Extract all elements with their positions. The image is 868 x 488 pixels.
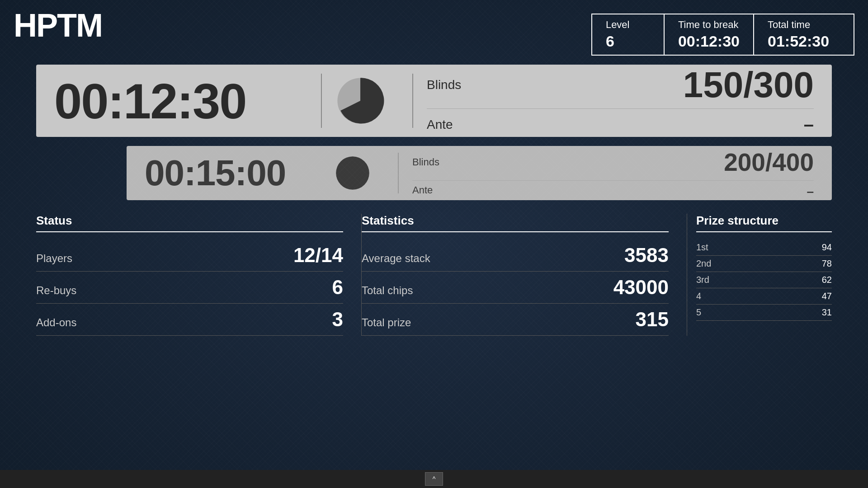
stats-row: Total prize 315 xyxy=(362,304,669,336)
next-blinds-row: Blinds 200/400 xyxy=(412,148,814,181)
divider-2 xyxy=(412,74,413,128)
prize-place: 2nd xyxy=(696,258,711,269)
time-to-break-label: Time to break xyxy=(678,19,740,31)
current-blinds-row: Blinds 150/300 xyxy=(427,67,814,109)
bottom-bar-button[interactable]: ^ xyxy=(425,472,443,486)
prize-place: 3rd xyxy=(696,275,709,285)
prize-rows: 1st 942nd 783rd 624 475 31 xyxy=(696,239,832,321)
level-value: 6 xyxy=(606,33,650,50)
current-ante-value: – xyxy=(804,114,814,135)
next-pie-svg xyxy=(335,155,371,191)
divider-1 xyxy=(321,74,322,128)
svg-point-1 xyxy=(336,156,369,190)
status-row-label: Players xyxy=(36,252,72,265)
current-level-pie xyxy=(335,76,385,126)
stats-row-label: Total chips xyxy=(362,284,413,297)
statistics-panel: Statistics Average stack 3583Total chips… xyxy=(362,214,687,336)
prize-place: 1st xyxy=(696,242,708,253)
bottom-panels: Status Players 12/14Re-buys 6Add-ons 3 S… xyxy=(0,214,868,336)
current-blinds-label: Blinds xyxy=(427,78,461,92)
current-pie-svg xyxy=(335,76,385,126)
stats-row: Total chips 43000 xyxy=(362,272,669,304)
prize-row: 3rd 62 xyxy=(696,272,832,288)
current-timer: 00:12:30 xyxy=(54,72,307,130)
prize-amount: 94 xyxy=(822,242,832,253)
divider-3 xyxy=(398,153,399,193)
bottom-bar: ^ xyxy=(0,470,868,488)
statistics-title: Statistics xyxy=(362,214,669,232)
next-ante-row: Ante – xyxy=(412,184,814,199)
time-to-break-stat: Time to break 00:12:30 xyxy=(665,14,754,55)
header-stats: Level 6 Time to break 00:12:30 Total tim… xyxy=(591,14,854,56)
prize-place: 4 xyxy=(696,291,701,301)
next-ante-value: – xyxy=(807,184,814,199)
next-ante-label: Ante xyxy=(412,184,433,199)
next-blinds-label: Blinds xyxy=(412,156,439,168)
prize-amount: 31 xyxy=(822,307,832,318)
status-row: Add-ons 3 xyxy=(36,304,343,336)
prize-place: 5 xyxy=(696,307,701,318)
next-level-pie xyxy=(335,155,371,191)
status-row-label: Re-buys xyxy=(36,284,76,297)
stats-row-value: 3583 xyxy=(624,244,669,267)
time-to-break-value: 00:12:30 xyxy=(678,33,740,50)
status-row-value: 12/14 xyxy=(293,244,343,267)
prize-amount: 78 xyxy=(822,258,832,269)
status-title: Status xyxy=(36,214,343,232)
prize-amount: 47 xyxy=(822,291,832,301)
prize-row: 4 47 xyxy=(696,288,832,305)
status-rows: Players 12/14Re-buys 6Add-ons 3 xyxy=(36,239,343,336)
next-blinds-info: Blinds 200/400 Ante – xyxy=(412,148,814,199)
current-blinds-value: 150/300 xyxy=(683,67,814,103)
status-row: Re-buys 6 xyxy=(36,272,343,304)
stats-row-label: Average stack xyxy=(362,252,430,265)
prize-title: Prize structure xyxy=(696,214,832,232)
status-row-label: Add-ons xyxy=(36,316,76,329)
current-ante-label: Ante xyxy=(427,117,453,132)
status-panel: Status Players 12/14Re-buys 6Add-ons 3 xyxy=(36,214,362,336)
stats-row: Average stack 3583 xyxy=(362,239,669,272)
stats-row-label: Total prize xyxy=(362,316,411,329)
stats-row-value: 43000 xyxy=(613,276,669,299)
prize-panel: Prize structure 1st 942nd 783rd 624 475 … xyxy=(687,214,832,336)
current-level-card: 00:12:30 Blinds 150/300 Ante xyxy=(36,65,832,137)
stats-rows: Average stack 3583Total chips 43000Total… xyxy=(362,239,669,336)
prize-row: 1st 94 xyxy=(696,239,832,256)
prize-amount: 62 xyxy=(822,275,832,285)
header: HPTM Level 6 Time to break 00:12:30 Tota… xyxy=(0,0,868,65)
next-level-card: 00:15:00 Blinds 200/400 Ante – xyxy=(127,146,832,200)
next-blinds-value: 200/400 xyxy=(724,148,814,177)
current-blinds-info: Blinds 150/300 Ante – xyxy=(427,67,814,135)
current-ante-row: Ante – xyxy=(427,114,814,135)
total-time-stat: Total time 01:52:30 xyxy=(754,14,854,55)
stats-row-value: 315 xyxy=(636,308,669,331)
total-time-label: Total time xyxy=(768,19,840,31)
next-timer: 00:15:00 xyxy=(145,152,335,194)
level-stat: Level 6 xyxy=(592,14,665,55)
main-content: 00:12:30 Blinds 150/300 Ante xyxy=(0,65,868,200)
prize-row: 2nd 78 xyxy=(696,256,832,272)
status-row: Players 12/14 xyxy=(36,239,343,272)
logo: HPTM xyxy=(14,9,102,42)
prize-row: 5 31 xyxy=(696,305,832,321)
status-row-value: 3 xyxy=(332,308,343,331)
level-label: Level xyxy=(606,19,650,31)
status-row-value: 6 xyxy=(332,276,343,299)
total-time-value: 01:52:30 xyxy=(768,33,840,50)
